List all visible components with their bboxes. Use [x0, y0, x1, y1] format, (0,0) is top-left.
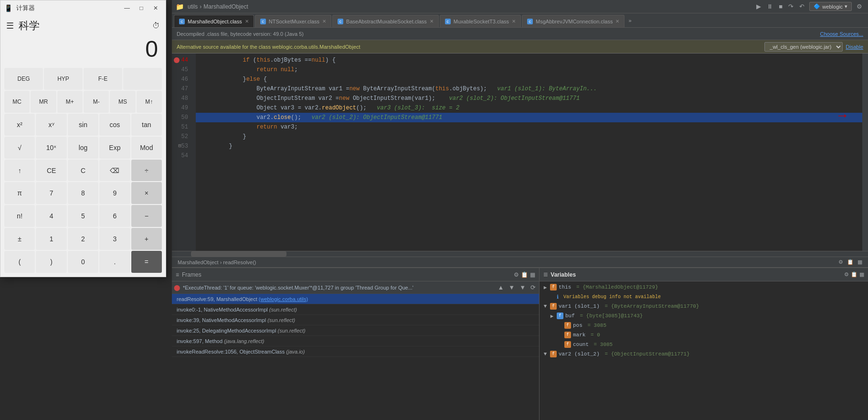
- calc-div-btn[interactable]: ÷: [131, 160, 162, 182]
- thread-restore-btn[interactable]: ⟳: [529, 283, 537, 291]
- calc-close-btn[interactable]: ✕: [149, 2, 162, 14]
- calc-mr-btn[interactable]: MR: [31, 91, 56, 113]
- calc-up-btn[interactable]: ↑: [4, 160, 35, 182]
- frames-icon-3[interactable]: ▦: [530, 271, 535, 278]
- tab-msgabbrevjvm[interactable]: c MsgAbbrevJVMConnection.class ✕: [522, 15, 625, 27]
- calc-mc-btn[interactable]: MC: [4, 91, 30, 113]
- vars-icon-1[interactable]: ⚙: [844, 271, 849, 278]
- frame-item-2[interactable]: invoke:39, NativeMethodAccessorImpl (sun…: [172, 315, 539, 325]
- ide-run-btn[interactable]: ▶: [754, 2, 763, 11]
- calc-rparen-btn[interactable]: ): [36, 251, 66, 273]
- ide-icon-1[interactable]: ⏸: [765, 2, 775, 11]
- var-expand-this[interactable]: ▶: [542, 284, 548, 291]
- ide-toolbar-icon-1[interactable]: ⚙: [838, 259, 843, 265]
- frames-icon-1[interactable]: ⚙: [514, 271, 519, 278]
- calc-fe-btn[interactable]: F-E: [84, 68, 122, 90]
- tab-close-5[interactable]: ✕: [615, 19, 619, 24]
- ide-toolbar-icon-2[interactable]: 📋: [847, 259, 854, 265]
- calc-hyp-btn[interactable]: HYP: [44, 68, 83, 90]
- var-expand-buf[interactable]: ▶: [549, 313, 555, 319]
- calc-2-btn[interactable]: 2: [68, 228, 98, 250]
- calc-add-btn[interactable]: +: [131, 228, 162, 250]
- calc-backspace-btn[interactable]: ⌫: [99, 160, 130, 182]
- tab-ntsocketmuxer[interactable]: c NTSocketMuxer.class ✕: [255, 15, 331, 27]
- calc-c-btn[interactable]: C: [68, 160, 98, 182]
- tab-close-4[interactable]: ✕: [512, 19, 516, 24]
- ide-settings-icon[interactable]: ⚙: [855, 2, 864, 11]
- calc-7-btn[interactable]: 7: [36, 182, 66, 204]
- calc-3-btn[interactable]: 3: [99, 228, 130, 250]
- calc-pi-btn[interactable]: π: [4, 182, 35, 204]
- hscroll-thumb[interactable]: [191, 251, 286, 257]
- frame-item-1[interactable]: invoke0:-1, NativeMethodAccessorImpl (su…: [172, 304, 539, 315]
- ide-toolbar-icon-3[interactable]: ▦: [857, 259, 862, 265]
- frame-item-5[interactable]: invokeReadResolve:1056, ObjectStreamClas…: [172, 346, 539, 357]
- calc-mod-btn[interactable]: Mod: [131, 137, 162, 159]
- calc-1-btn[interactable]: 1: [36, 228, 66, 250]
- calc-xy-btn[interactable]: xʸ: [36, 114, 66, 136]
- tab-close-2[interactable]: ✕: [322, 19, 326, 24]
- calc-minimize-btn[interactable]: —: [121, 2, 133, 14]
- fold-53[interactable]: ⊟: [179, 141, 181, 151]
- var-expand-var2[interactable]: ▼: [542, 351, 548, 357]
- frame-item-3[interactable]: invoke:25, DelegatingMethodAccessorImpl …: [172, 325, 539, 336]
- tab-baseabstractmuxable[interactable]: c BaseAbstractMuxableSocket.class ✕: [332, 15, 439, 27]
- calc-deg-btn[interactable]: DEG: [4, 68, 43, 90]
- vars-icon-3[interactable]: ▦: [859, 271, 864, 278]
- tab-marshalledobject[interactable]: c MarshalledObject.class ✕: [174, 15, 254, 27]
- calc-exp-btn[interactable]: Exp: [99, 137, 130, 159]
- ide-tabs-more[interactable]: »: [625, 18, 634, 23]
- ide-code-area[interactable]: if ( this .objBytes == null ) { return n…: [196, 54, 862, 251]
- ide-icon-2[interactable]: ■: [777, 2, 784, 11]
- code-line-51: return var3;: [196, 122, 862, 132]
- tab-close-3[interactable]: ✕: [430, 19, 434, 24]
- thread-up-btn[interactable]: ▲: [496, 283, 505, 291]
- ide-hscroll[interactable]: [172, 251, 868, 257]
- calc-xsq-btn[interactable]: x²: [4, 114, 35, 136]
- calc-sub-btn[interactable]: −: [131, 205, 162, 227]
- calc-10x-btn[interactable]: 10ˣ: [36, 137, 66, 159]
- calc-log-btn[interactable]: log: [68, 137, 98, 159]
- calc-sin-btn[interactable]: sin: [68, 114, 98, 136]
- tab-close-1[interactable]: ✕: [245, 19, 249, 24]
- tab-muxablesockett3[interactable]: c MuxableSocketT3.class ✕: [440, 15, 521, 27]
- calc-0-btn[interactable]: 0: [68, 251, 98, 273]
- calc-ce-btn[interactable]: CE: [36, 160, 66, 182]
- calc-history-icon[interactable]: ⏱: [152, 22, 160, 30]
- calc-factorial-btn[interactable]: n!: [4, 205, 35, 227]
- ide-scrollbar-v[interactable]: [862, 54, 868, 251]
- calc-mminus-btn[interactable]: M-: [84, 91, 109, 113]
- calc-mul-btn[interactable]: ×: [131, 182, 162, 204]
- calc-tan-btn[interactable]: tan: [131, 114, 162, 136]
- thread-filter-btn[interactable]: ▼: [518, 283, 527, 291]
- calc-mplus-btn[interactable]: M+: [57, 91, 83, 113]
- calc-9-btn[interactable]: 9: [99, 182, 130, 204]
- frames-icon-2[interactable]: 📋: [521, 271, 528, 278]
- ide-jar-select[interactable]: _wl_cls_gen (weblogic.jar): [764, 42, 843, 52]
- var-expand-var1[interactable]: ▼: [542, 303, 548, 309]
- calc-cos-btn[interactable]: cos: [99, 114, 130, 136]
- calc-empty-btn[interactable]: [123, 68, 162, 90]
- calc-dot-btn[interactable]: .: [99, 251, 130, 273]
- ide-disable-btn[interactable]: Disable: [846, 44, 863, 50]
- ide-choose-sources[interactable]: Choose Sources...: [820, 31, 864, 37]
- frame-item-0[interactable]: readResolve:59, MarshalledObject (weblog…: [172, 294, 539, 304]
- thread-down-btn[interactable]: ▼: [507, 283, 516, 291]
- calc-equals-btn[interactable]: =: [131, 251, 162, 273]
- calc-4-btn[interactable]: 4: [36, 205, 66, 227]
- calc-sqrt-btn[interactable]: √: [4, 137, 35, 159]
- calc-lparen-btn[interactable]: (: [4, 251, 35, 273]
- ide-icon-3[interactable]: ↷: [786, 2, 795, 11]
- calc-mup-btn[interactable]: M↑: [137, 91, 162, 113]
- calc-maximize-btn[interactable]: □: [135, 2, 148, 14]
- frame-item-4[interactable]: invoke:597, Method (java.lang.reflect): [172, 336, 539, 346]
- ide-icon-4[interactable]: ↶: [797, 2, 806, 11]
- calc-8-btn[interactable]: 8: [68, 182, 98, 204]
- ide-weblogic-badge[interactable]: 🔷 weblogic ▾: [809, 2, 852, 11]
- calc-ms-btn[interactable]: MS: [110, 91, 135, 113]
- calc-6-btn[interactable]: 6: [99, 205, 130, 227]
- calc-5-btn[interactable]: 5: [68, 205, 98, 227]
- calc-menu-icon[interactable]: ☰: [6, 21, 14, 31]
- calc-plusminus-btn[interactable]: ±: [4, 228, 35, 250]
- vars-icon-2[interactable]: 📋: [851, 271, 857, 278]
